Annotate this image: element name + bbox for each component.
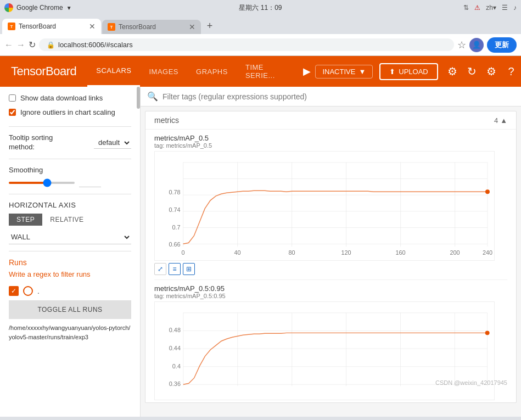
chart1-actions: ⤢ ≡ ⊞: [154, 261, 507, 277]
inactive-dropdown[interactable]: INACTIVE ▼: [315, 65, 373, 79]
nav-more[interactable]: ▶: [299, 56, 315, 87]
browser-chrome: Google Chrome ▼ 星期六 11：09 ⇅ ⚠ zh▾ ☰ ♪ T …: [0, 0, 521, 420]
svg-text:0.66: 0.66: [169, 241, 180, 248]
search-input[interactable]: [163, 92, 514, 101]
run-path: /home/xxxxxhy/wangyuanyuan/yolos-pytorch…: [0, 321, 140, 344]
nav-timeseries[interactable]: TIME SERIE...: [237, 56, 299, 87]
svg-text:80: 80: [289, 249, 295, 256]
dropdown-icon[interactable]: ▼: [66, 5, 72, 11]
upload-button[interactable]: ⬆ UPLOAD: [379, 63, 438, 80]
tray-sound: ♪: [513, 4, 517, 12]
tab2-icon: T: [108, 23, 115, 31]
chart2-line: [183, 333, 488, 384]
browser-tabs: T TensorBoard ✕ T TensorBoard ✕ +: [0, 15, 521, 34]
update-button[interactable]: 更新: [487, 37, 517, 53]
svg-text:200: 200: [450, 249, 460, 256]
smoothing-label: Smoothing: [9, 166, 131, 174]
help-icon[interactable]: ?: [501, 56, 521, 87]
main-area: Show data download links Ignore outliers…: [0, 87, 521, 417]
chart1-disable-btn[interactable]: ⊞: [183, 263, 195, 275]
run-circle-unchecked[interactable]: [23, 286, 33, 296]
search-icon: 🔍: [147, 91, 158, 102]
tab1-close[interactable]: ✕: [89, 22, 96, 31]
ignore-outliers-checkbox[interactable]: [9, 109, 16, 116]
svg-text:0.78: 0.78: [169, 189, 180, 195]
browser-addressbar: ← → ↻ 🔒 localhost:6006/#scalars ☆ 👤 更新: [0, 34, 521, 56]
smoothing-section: Smoothing 0.6: [0, 161, 140, 192]
svg-text:0.7: 0.7: [172, 224, 181, 231]
browser-titlebar: Google Chrome ▼ 星期六 11：09 ⇅ ⚠ zh▾ ☰ ♪: [0, 0, 521, 15]
watermark: CSDN @weixin_42017945: [435, 379, 507, 386]
run-checkbox-checked[interactable]: ✓: [9, 286, 19, 296]
app-container: TensorBoard SCALARS IMAGES GRAPHS TIME S…: [0, 56, 521, 417]
metrics-title: metrics: [154, 116, 179, 125]
runs-title: Runs: [9, 258, 131, 267]
toggle-all-button[interactable]: TOGGLE ALL RUNS: [9, 300, 131, 319]
metrics-count: 4: [494, 116, 498, 125]
chart1-svg: 0.66 0.7 0.74 0.78 0 40 80 120 160 200: [154, 151, 495, 261]
smoothing-value-input[interactable]: 0.6: [79, 178, 101, 187]
settings-icon[interactable]: ⚙: [442, 56, 462, 87]
chrome-logo: [4, 3, 13, 12]
run-color-row: ✓ .: [0, 282, 140, 298]
refresh-icon[interactable]: ↻: [462, 56, 482, 87]
horizontal-axis-section: Horizontal Axis STEP RELATIVE WALL: [0, 197, 140, 249]
bookmark-star[interactable]: ☆: [457, 39, 466, 51]
wall-select[interactable]: WALL: [9, 230, 131, 244]
content-area: 🔍 metrics 4 ▲: [141, 87, 521, 417]
ignore-outliers-row: Ignore outliers in chart scaling: [9, 108, 131, 117]
chart1-lines-btn[interactable]: ≡: [169, 263, 181, 275]
svg-point-41: [485, 331, 490, 335]
nav-forward[interactable]: →: [16, 40, 25, 50]
scroll-area[interactable]: metrics 4 ▲ metrics/mAP_0.5 tag: metrics…: [141, 107, 521, 417]
profile-avatar[interactable]: 👤: [469, 38, 484, 52]
topnav: TensorBoard SCALARS IMAGES GRAPHS TIME S…: [0, 56, 521, 87]
search-bar: 🔍: [141, 87, 521, 107]
ignore-outliers-label[interactable]: Ignore outliers in chart scaling: [20, 108, 115, 117]
browser-clock: 星期六 11：09: [239, 3, 282, 13]
svg-text:0.4: 0.4: [172, 363, 181, 369]
step-btn[interactable]: STEP: [9, 214, 42, 226]
nav-graphs[interactable]: GRAPHS: [187, 56, 237, 87]
new-tab-btn[interactable]: +: [202, 19, 217, 34]
tab2-close[interactable]: ✕: [189, 23, 195, 31]
tray-display: ☰: [502, 4, 508, 12]
browser-tab-active[interactable]: T TensorBoard ✕: [2, 19, 101, 34]
nav-refresh[interactable]: ↻: [29, 40, 36, 50]
tab1-label: TensorBoard: [19, 23, 86, 30]
config-icon[interactable]: ⚙: [481, 56, 501, 87]
browser-tab-inactive[interactable]: T TensorBoard ✕: [102, 20, 201, 34]
svg-text:0: 0: [182, 249, 185, 256]
nav-images[interactable]: IMAGES: [140, 56, 187, 87]
relative-btn[interactable]: RELATIVE: [42, 214, 91, 226]
tooltip-row: Tooltip sortingmethod: default: [0, 129, 140, 156]
smoothing-slider[interactable]: [9, 182, 75, 184]
tooltip-select[interactable]: default: [94, 137, 131, 149]
chart-card-2: metrics/mAP_0.5:0.95 tag: metrics/mAP_0.…: [145, 280, 516, 402]
tooltip-label: Tooltip sortingmethod:: [9, 133, 53, 152]
url-lock-icon: 🔒: [47, 41, 55, 49]
nav-scalars[interactable]: SCALARS: [87, 56, 140, 87]
runs-filter-link[interactable]: Write a regex to filter runs: [9, 269, 131, 279]
svg-text:160: 160: [396, 249, 406, 256]
collapse-icon: ▲: [500, 116, 507, 125]
url-bar[interactable]: 🔒 localhost:6006/#scalars: [39, 38, 454, 51]
tray-warning: ⚠: [474, 4, 480, 12]
chart1-title: metrics/mAP_0.5: [154, 134, 507, 142]
svg-text:0.74: 0.74: [169, 206, 180, 213]
horizontal-axis-label: Horizontal Axis: [9, 201, 131, 209]
chart-card-1: metrics/mAP_0.5 tag: metrics/mAP_0.5: [145, 130, 516, 279]
show-data-checkbox[interactable]: [9, 94, 16, 102]
svg-text:240: 240: [483, 249, 492, 256]
inactive-chevron: ▼: [358, 68, 366, 76]
tray-lang: zh▾: [486, 4, 496, 12]
nav-back[interactable]: ←: [4, 40, 13, 50]
svg-text:40: 40: [234, 249, 241, 256]
svg-point-24: [485, 189, 490, 194]
metrics-count-collapse[interactable]: 4 ▲: [494, 116, 507, 125]
show-data-label[interactable]: Show data download links: [20, 93, 103, 103]
chart1-expand-btn[interactable]: ⤢: [154, 263, 166, 275]
chart1-tag: tag: metrics/mAP_0.5: [154, 142, 507, 149]
url-text: localhost:6006/#scalars: [58, 41, 133, 49]
browser-title-text: Google Chrome ▼: [4, 3, 72, 12]
